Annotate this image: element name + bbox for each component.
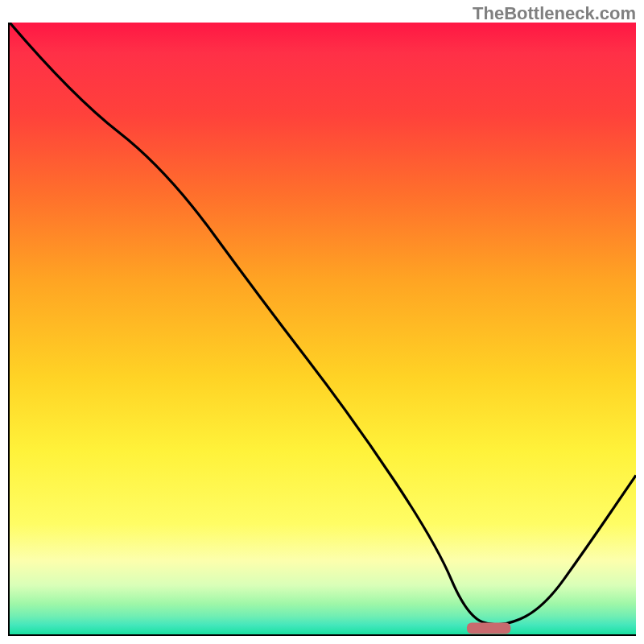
chart-plot-area bbox=[8, 23, 636, 636]
bottleneck-curve bbox=[10, 23, 636, 625]
optimal-marker bbox=[467, 622, 510, 634]
bottleneck-chart bbox=[10, 23, 636, 634]
attribution-text: TheBottleneck.com bbox=[473, 3, 636, 24]
